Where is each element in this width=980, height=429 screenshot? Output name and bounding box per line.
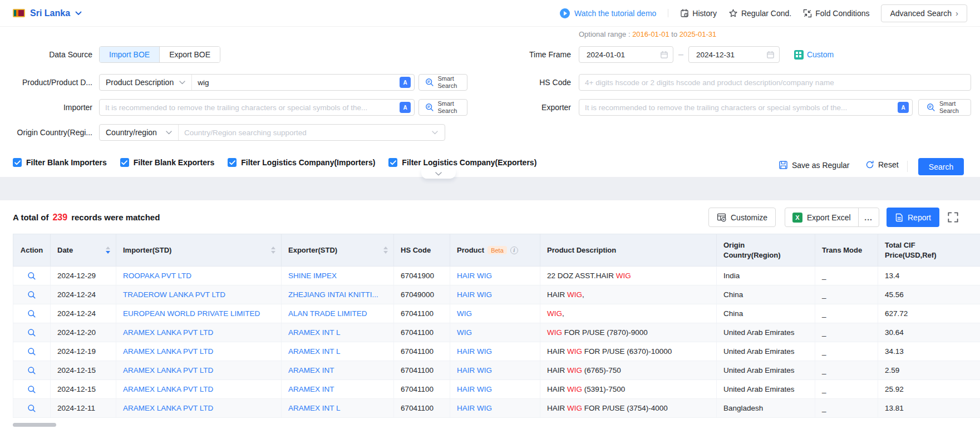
- highlighted-term: WIG: [567, 347, 582, 356]
- importer-link[interactable]: ARAMEX LANKA PVT LTD: [123, 366, 213, 374]
- importer-link[interactable]: ARAMEX LANKA PVT LTD: [123, 347, 213, 356]
- cell-trans-mode: _: [815, 361, 878, 380]
- checkbox-checked-icon[interactable]: [228, 158, 237, 167]
- importer-link[interactable]: ARAMEX LANKA PVT LTD: [123, 385, 213, 393]
- view-detail-icon[interactable]: [27, 272, 36, 280]
- chevron-right-icon: ›: [956, 8, 958, 18]
- exporter-link[interactable]: ARAMEX INT: [288, 366, 334, 374]
- importer-link[interactable]: ARAMEX LANKA PVT LTD: [123, 404, 213, 412]
- date-start-field[interactable]: [579, 46, 673, 63]
- calendar-icon[interactable]: [660, 51, 668, 59]
- product-field-select[interactable]: Product Description: [100, 75, 192, 90]
- product-link[interactable]: HAIR WIG: [457, 366, 492, 374]
- star-icon: [728, 9, 738, 18]
- checkbox-checked-icon[interactable]: [120, 158, 129, 167]
- origin-country-input[interactable]: [179, 129, 432, 137]
- exporter-link[interactable]: ARAMEX INT L: [288, 404, 341, 412]
- sort-icons[interactable]: [271, 246, 277, 254]
- sort-icons[interactable]: [383, 246, 389, 254]
- report-button[interactable]: Report: [887, 208, 939, 227]
- export-more-button[interactable]: ...: [858, 208, 879, 226]
- importer-smart-search-button[interactable]: Smart Search: [418, 99, 467, 116]
- exporter-input[interactable]: [579, 103, 898, 112]
- reset-button[interactable]: Reset: [865, 160, 899, 169]
- customize-button[interactable]: Customize: [708, 208, 776, 227]
- custom-range-link[interactable]: Custom: [794, 50, 834, 60]
- tab-import-boe[interactable]: Import BOE: [100, 47, 159, 62]
- fullscreen-icon[interactable]: [947, 211, 959, 223]
- sort-icons[interactable]: [106, 246, 111, 254]
- col-origin-country: Origin Country(Region): [717, 234, 815, 267]
- exporter-link[interactable]: ARAMEX INT L: [288, 347, 341, 356]
- translate-icon[interactable]: A: [898, 102, 909, 113]
- exporter-link[interactable]: ALAN TRADE LIMITED: [288, 309, 367, 318]
- tab-export-boe[interactable]: Export BOE: [159, 47, 220, 62]
- translate-icon[interactable]: A: [400, 77, 411, 88]
- date-end-input[interactable]: [695, 50, 766, 60]
- exporter-smart-search-button[interactable]: Smart Search: [918, 99, 971, 116]
- product-link[interactable]: HAIR WIG: [457, 272, 492, 280]
- hs-code-input[interactable]: [579, 78, 971, 87]
- product-link[interactable]: WIG: [457, 328, 472, 337]
- product-link[interactable]: HAIR WIG: [457, 347, 492, 356]
- view-detail-icon[interactable]: [27, 404, 36, 413]
- checkbox-checked-icon[interactable]: [13, 158, 22, 167]
- search-button[interactable]: Search: [918, 158, 964, 175]
- translate-icon[interactable]: A: [400, 102, 411, 113]
- view-detail-icon[interactable]: [27, 309, 36, 318]
- origin-type-select[interactable]: Country/region: [100, 125, 179, 140]
- date-end-field[interactable]: [688, 46, 780, 63]
- regular-cond-button[interactable]: Regular Cond.: [728, 9, 791, 18]
- exporter-link[interactable]: ZHEJIANG INTAI KNITTI...: [288, 290, 378, 299]
- view-detail-icon[interactable]: [27, 290, 36, 299]
- product-field-select-value: Product Description: [106, 78, 174, 87]
- cell-product: HAIR WIG: [450, 380, 540, 399]
- filter-checkbox-item[interactable]: Filter Blank Exporters: [120, 158, 215, 167]
- importer-input[interactable]: [100, 103, 400, 112]
- col-date[interactable]: Date: [51, 234, 116, 267]
- view-detail-icon[interactable]: [27, 347, 36, 356]
- date-start-input[interactable]: [585, 50, 660, 60]
- importer-link[interactable]: TRADEROW LANKA PVT LTD: [123, 290, 225, 299]
- product-search-control: Product Description A: [99, 74, 415, 91]
- export-excel-button[interactable]: X Export Excel: [785, 208, 858, 226]
- filter-checkbox-item[interactable]: Filter Blank Importers: [13, 158, 107, 167]
- country-selector[interactable]: Sri Lanka: [13, 8, 82, 18]
- exporter-link[interactable]: ARAMEX INT: [288, 385, 334, 393]
- product-link[interactable]: HAIR WIG: [457, 290, 492, 299]
- view-detail-icon[interactable]: [27, 328, 36, 337]
- chevron-down-icon: [75, 11, 82, 16]
- importer-link[interactable]: EUROPEAN WORLD PRIVATE LIMITED: [123, 309, 260, 318]
- filter-checkbox-item[interactable]: Filter Logistics Company(Importers): [228, 158, 375, 167]
- fold-conditions-label: Fold Conditions: [815, 9, 869, 18]
- smart-search-label: Smart Search: [438, 75, 461, 90]
- exporter-link[interactable]: ARAMEX INT L: [288, 328, 341, 337]
- fold-conditions-button[interactable]: Fold Conditions: [803, 9, 869, 18]
- importer-link[interactable]: ARAMEX LANKA PVT LTD: [123, 328, 213, 337]
- save-as-regular-button[interactable]: Save as Regular: [779, 160, 850, 170]
- filter-checkbox-item[interactable]: Filter Logistics Company(Exporters): [388, 158, 536, 167]
- cell-total-cif: 13.81: [878, 399, 980, 418]
- cell-product: WIG: [450, 323, 540, 342]
- product-link[interactable]: HAIR WIG: [457, 385, 492, 393]
- product-link[interactable]: HAIR WIG: [457, 404, 492, 412]
- horizontal-scrollbar[interactable]: [13, 423, 56, 427]
- info-icon[interactable]: i: [510, 246, 518, 254]
- watch-tutorial-link[interactable]: Watch the tutorial demo: [560, 8, 656, 18]
- history-button[interactable]: History: [680, 9, 717, 18]
- reset-icon: [865, 160, 874, 169]
- col-exporter[interactable]: Exporter(STD): [282, 234, 394, 267]
- advanced-search-button[interactable]: Advanced Search ›: [881, 4, 967, 22]
- exporter-link[interactable]: SHINE IMPEX: [288, 272, 337, 280]
- col-importer-label: Importer(STD): [123, 246, 171, 254]
- product-smart-search-button[interactable]: Smart Search: [418, 74, 467, 91]
- view-detail-icon[interactable]: [27, 385, 36, 394]
- product-search-input[interactable]: [192, 78, 400, 87]
- importer-link[interactable]: ROOPAKA PVT LTD: [123, 272, 191, 280]
- view-detail-icon[interactable]: [27, 366, 36, 375]
- collapse-panel-tab[interactable]: [421, 169, 456, 179]
- product-link[interactable]: WIG: [457, 309, 472, 318]
- calendar-icon[interactable]: [766, 51, 775, 59]
- col-importer[interactable]: Importer(STD): [116, 234, 282, 267]
- checkbox-checked-icon[interactable]: [388, 158, 397, 167]
